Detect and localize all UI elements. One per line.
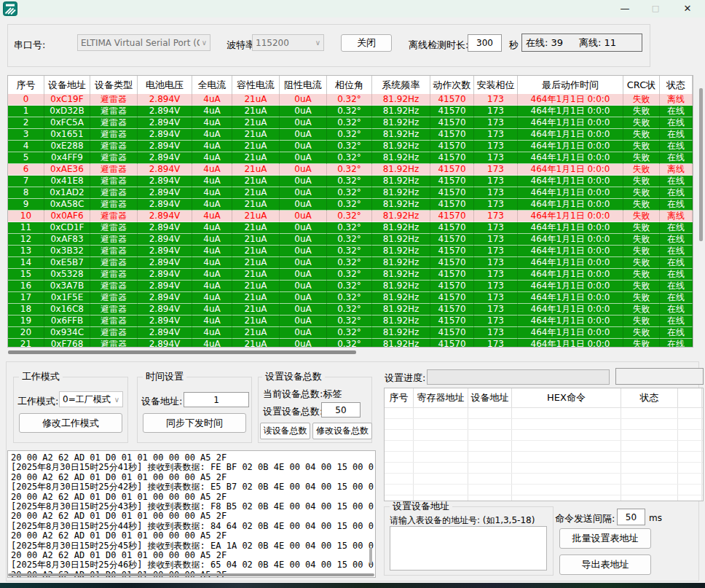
table-row[interactable]: 200x934C避雷器2.894V4uA21uA0uA0.32°81.92Hz4… [8, 327, 693, 339]
table-cell: 41570 [430, 315, 474, 327]
table-row[interactable]: 00xC19F避雷器2.894V4uA21uA0uA0.32°81.92Hz41… [8, 94, 693, 106]
table-row[interactable]: 40xE288避雷器2.894V4uA21uA0uA0.32°81.92Hz41… [8, 141, 693, 152]
column-header[interactable]: 设备类型 [90, 76, 138, 94]
table-cell [385, 452, 414, 462]
table-row[interactable] [385, 485, 703, 495]
table-row[interactable] [385, 452, 703, 463]
table-cell: 避雷器 [90, 292, 138, 304]
table-row[interactable]: 20xFC5A避雷器2.894V4uA21uA0uA0.32°81.92Hz41… [8, 117, 693, 129]
baud-rate-select[interactable]: 115200 ∨ [252, 34, 324, 51]
table-cell: 在线 [660, 304, 693, 315]
table-row[interactable]: 150x5328避雷器2.894V4uA21uA0uA0.32°81.92Hz4… [8, 269, 693, 281]
table-cell: 避雷器 [90, 152, 138, 164]
table-row[interactable] [385, 430, 703, 441]
table-row[interactable]: 100x0AF6避雷器2.894V4uA21uA0uA0.32°81.92Hz4… [8, 211, 693, 222]
close-button[interactable]: ✕ [675, 0, 700, 17]
table-row[interactable] [385, 463, 703, 474]
sync-time-button[interactable]: 同步下发时间 [143, 413, 246, 433]
column-header[interactable]: 最后动作时间 [518, 76, 623, 94]
table-cell: 173 [474, 117, 518, 129]
column-header[interactable]: 设备地址 [468, 388, 512, 407]
table-cell: 173 [474, 94, 518, 106]
export-address-button[interactable]: 导出表地址 [559, 554, 651, 575]
table-cell: 173 [474, 281, 518, 292]
device-table-horizontal-scrollbar[interactable] [8, 350, 356, 354]
address-list-textarea[interactable] [390, 526, 547, 571]
device-count-input[interactable] [321, 402, 361, 418]
serial-port-select[interactable]: ELTIMA Virtual Serial Port (COM1- ∨ [77, 34, 210, 51]
table-cell: 0.32° [327, 187, 372, 199]
table-row[interactable]: 170x1F5E避雷器2.894V4uA21uA0uA0.32°81.92Hz4… [8, 292, 693, 304]
device-count-group-title: 设置设备总数 [262, 372, 325, 382]
table-cell: 17 [8, 292, 44, 304]
offline-check-input[interactable] [468, 34, 502, 52]
table-cell: 0xC19F [44, 94, 90, 106]
column-header[interactable]: 安装相位 [474, 76, 518, 94]
close-port-button[interactable]: 关闭 [341, 34, 392, 52]
table-cell: 173 [474, 164, 518, 176]
table-row[interactable]: 210xF768避雷器2.894V4uA21uA0uA0.32°81.92Hz4… [8, 339, 693, 348]
read-device-count-button[interactable]: 读设备总数 [260, 423, 310, 439]
column-header[interactable]: CRC状态 [623, 76, 660, 94]
column-header[interactable]: 阻性电流 [280, 76, 327, 94]
modify-device-count-button[interactable]: 修改设备总数 [312, 423, 372, 439]
table-row[interactable]: 110xCD1F避雷器2.894V4uA21uA0uA0.32°81.92Hz4… [8, 222, 693, 234]
table-row[interactable] [385, 419, 703, 430]
table-row[interactable]: 190x6FFB避雷器2.894V4uA21uA0uA0.32°81.92Hz4… [8, 315, 693, 327]
table-cell: 464年1月1日 0:0:0 [518, 257, 623, 269]
table-row[interactable]: 160x3A7B避雷器2.894V4uA21uA0uA0.32°81.92Hz4… [8, 281, 693, 292]
column-header[interactable]: 状态 [621, 388, 678, 407]
table-cell: 41570 [430, 339, 474, 348]
column-header[interactable]: 序号 [385, 388, 414, 407]
table-cell: 464年1月1日 0:0:0 [518, 315, 623, 327]
column-header[interactable]: HEX命令 [512, 388, 621, 407]
table-row[interactable] [385, 474, 703, 485]
table-row[interactable]: 180x16C8避雷器2.894V4uA21uA0uA0.32°81.92Hz4… [8, 304, 693, 315]
send-interval-input[interactable] [617, 509, 645, 525]
column-header[interactable]: 电池电压 [138, 76, 192, 94]
table-cell: 21uA [232, 281, 280, 292]
table-cell: 失败 [623, 222, 660, 234]
table-cell: 避雷器 [90, 141, 138, 152]
table-cell: 失败 [623, 94, 660, 106]
minimize-button[interactable]: — [613, 0, 637, 17]
maximize-button[interactable]: □ [643, 0, 668, 17]
table-cell [385, 430, 414, 440]
column-header[interactable] [678, 388, 702, 407]
table-row[interactable] [385, 408, 703, 419]
table-row[interactable]: 60xAE36避雷器2.894V4uA21uA0uA0.32°81.92Hz41… [8, 164, 693, 176]
log-vertical-scrollbar[interactable] [369, 548, 372, 564]
table-row[interactable]: 50x4FF9避雷器2.894V4uA21uA0uA0.32°81.92Hz41… [8, 152, 693, 164]
column-header[interactable]: 容性电流 [232, 76, 280, 94]
table-row[interactable]: 80x1AD2避雷器2.894V4uA21uA0uA0.32°81.92Hz41… [8, 187, 693, 199]
column-header[interactable]: 状态 [660, 76, 693, 94]
table-row[interactable]: 140xE5B7避雷器2.894V4uA21uA0uA0.32°81.92Hz4… [8, 257, 693, 269]
column-header[interactable]: 全电流 [192, 76, 232, 94]
table-cell: 4uA [192, 315, 232, 327]
column-header[interactable]: 系统频率 [372, 76, 430, 94]
log-area[interactable]: 20 00 A2 62 AD 01 D0 01 01 00 00 00 A5 2… [7, 450, 376, 578]
modify-work-mode-button[interactable]: 修改工作模式 [19, 413, 122, 433]
column-header[interactable]: 设备地址 [44, 76, 90, 94]
column-header[interactable]: 寄存器地址 [414, 388, 468, 407]
column-header[interactable]: 序号 [8, 76, 44, 94]
table-row[interactable]: 90xA58C避雷器2.894V4uA21uA0uA0.32°81.92Hz41… [8, 199, 693, 211]
table-row[interactable]: 120xAF83避雷器2.894V4uA21uA0uA0.32°81.92Hz4… [8, 234, 693, 246]
table-cell: 173 [474, 246, 518, 257]
table-cell: 41570 [430, 222, 474, 234]
work-mode-select[interactable]: 0=工厂模式 ∨ [59, 391, 123, 407]
table-row[interactable] [385, 441, 703, 452]
table-row[interactable]: 70x41E8避雷器2.894V4uA21uA0uA0.32°81.92Hz41… [8, 176, 693, 187]
table-cell: 失败 [623, 164, 660, 176]
log-horizontal-scrollbar[interactable] [8, 573, 374, 576]
table-row[interactable]: 30x1651避雷器2.894V4uA21uA0uA0.32°81.92Hz41… [8, 129, 693, 141]
progress-status-box [615, 368, 704, 385]
table-row[interactable]: 10xD32B避雷器2.894V4uA21uA0uA0.32°81.92Hz41… [8, 106, 693, 117]
device-address-input[interactable] [184, 392, 249, 407]
table-cell: 41570 [430, 152, 474, 164]
column-header[interactable]: 相位角 [327, 76, 372, 94]
device-table-vertical-scrollbar[interactable] [699, 88, 703, 241]
column-header[interactable]: 动作次数 [430, 76, 474, 94]
table-row[interactable]: 130x3B32避雷器2.894V4uA21uA0uA0.32°81.92Hz4… [8, 246, 693, 257]
batch-set-address-button[interactable]: 批量设置表地址 [559, 528, 651, 549]
